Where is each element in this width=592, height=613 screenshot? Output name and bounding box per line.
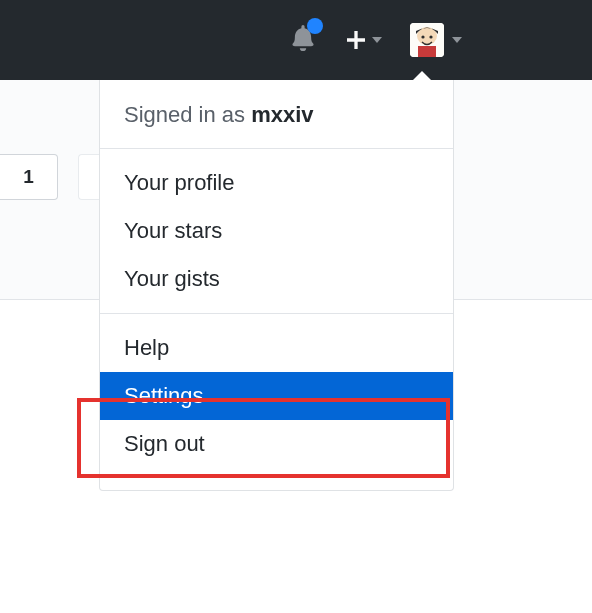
menu-item-your-profile[interactable]: Your profile — [100, 159, 453, 207]
plus-icon — [344, 28, 368, 52]
page-number-label: 1 — [23, 166, 34, 188]
top-nav-bar — [0, 0, 592, 80]
menu-item-your-stars[interactable]: Your stars — [100, 207, 453, 255]
menu-item-help[interactable]: Help — [100, 324, 453, 372]
menu-divider — [100, 313, 453, 314]
menu-item-your-gists[interactable]: Your gists — [100, 255, 453, 303]
signed-in-prefix: Signed in as — [124, 102, 251, 127]
user-dropdown-menu: Signed in as mxxiv Your profile Your sta… — [99, 80, 454, 491]
menu-divider — [100, 148, 453, 149]
notification-dot — [307, 18, 323, 34]
caret-down-icon — [372, 37, 382, 43]
menu-item-settings[interactable]: Settings — [100, 372, 453, 420]
svg-point-2 — [421, 35, 424, 38]
signed-in-header: Signed in as mxxiv — [100, 80, 453, 148]
create-new-button[interactable] — [344, 28, 382, 52]
menu-item-sign-out[interactable]: Sign out — [100, 420, 453, 468]
user-menu-button[interactable] — [410, 23, 462, 57]
username: mxxiv — [251, 102, 313, 127]
page-number-button[interactable]: 1 — [0, 154, 58, 200]
caret-down-icon — [452, 37, 462, 43]
avatar — [410, 23, 444, 57]
dropdown-pointer — [412, 71, 432, 81]
notifications-button[interactable] — [290, 25, 316, 55]
svg-point-3 — [429, 35, 432, 38]
svg-rect-4 — [418, 46, 436, 57]
